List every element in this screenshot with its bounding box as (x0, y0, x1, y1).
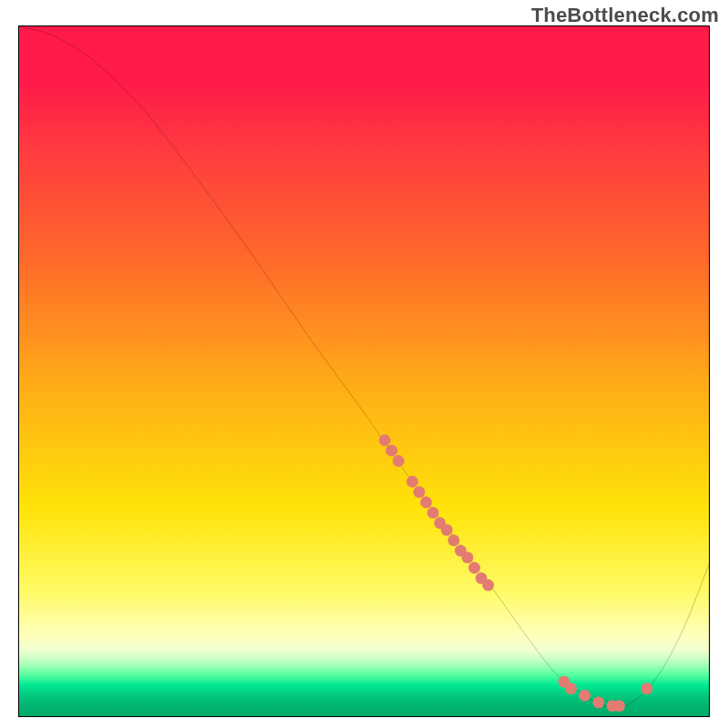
data-marker (565, 682, 577, 694)
chart-frame: TheBottleneck.com (0, 0, 728, 728)
data-marker (441, 524, 453, 536)
data-marker (641, 682, 652, 694)
plot-area (18, 25, 710, 717)
bottleneck-curve (19, 26, 709, 708)
data-marker (461, 551, 473, 563)
data-marker (392, 455, 404, 467)
data-markers (379, 434, 652, 712)
chart-svg (19, 26, 709, 716)
data-marker (613, 700, 625, 712)
data-marker (379, 434, 390, 446)
data-marker (579, 690, 591, 702)
data-marker (413, 486, 425, 498)
data-marker (448, 534, 460, 546)
watermark-label: TheBottleneck.com (531, 4, 719, 27)
data-marker (407, 476, 419, 488)
data-marker (482, 580, 494, 592)
data-marker (592, 696, 604, 708)
data-marker (427, 507, 439, 519)
data-marker (469, 562, 480, 574)
data-marker (420, 497, 432, 509)
data-marker (386, 445, 398, 457)
